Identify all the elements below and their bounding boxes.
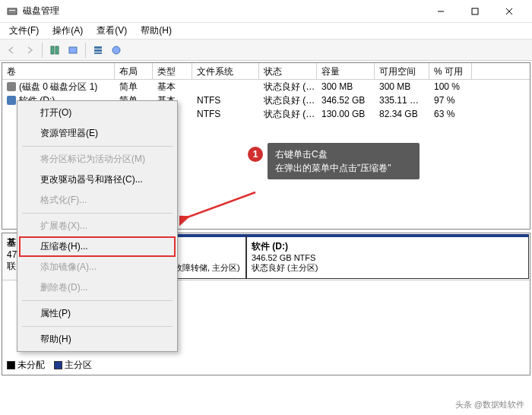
col-free[interactable]: 可用空间 <box>375 63 429 79</box>
menu-view[interactable]: 查看(V) <box>90 23 133 39</box>
svg-rect-9 <box>94 46 102 49</box>
callout-number: 1 <box>248 147 263 162</box>
volume-d[interactable]: 软件 (D:) 346.52 GB NTFS 状态良好 (主分区) <box>246 234 529 279</box>
svg-rect-11 <box>94 52 102 54</box>
help-button[interactable] <box>108 42 125 59</box>
disk-icon <box>7 96 16 105</box>
svg-rect-8 <box>69 47 77 53</box>
ctx-properties[interactable]: 属性(P) <box>19 303 176 324</box>
minimize-button[interactable] <box>423 1 458 22</box>
annotation-callout: 1 右键单击C盘 在弹出的菜单中点击"压缩卷" <box>248 143 420 179</box>
svg-rect-3 <box>472 8 478 14</box>
ctx-help[interactable]: 帮助(H) <box>19 329 176 350</box>
col-volume[interactable]: 卷 <box>2 63 115 79</box>
titlebar: 磁盘管理 <box>0 0 532 23</box>
ctx-format: 格式化(F)... <box>19 190 176 211</box>
ctx-change-letter[interactable]: 更改驱动器号和路径(C)... <box>19 169 176 190</box>
table-row[interactable]: (磁盘 0 磁盘分区 1) 简单 基本 状态良好 (… 300 MB 300 M… <box>2 80 530 93</box>
back-button <box>3 42 20 59</box>
callout-text: 右键单击C盘 在弹出的菜单中点击"压缩卷" <box>268 143 420 179</box>
svg-rect-6 <box>51 46 54 54</box>
annotation-arrow <box>179 188 263 229</box>
svg-point-12 <box>112 46 120 54</box>
ctx-delete: 删除卷(D)... <box>19 277 176 298</box>
legend: 未分配 主分区 <box>7 359 92 372</box>
view-button[interactable] <box>90 42 106 59</box>
col-type[interactable]: 类型 <box>153 63 192 79</box>
menu-action[interactable]: 操作(A) <box>46 23 89 39</box>
app-icon <box>6 5 18 17</box>
ctx-mark-active: 将分区标记为活动分区(M) <box>19 149 176 169</box>
col-layout[interactable]: 布局 <box>115 63 153 79</box>
col-capacity[interactable]: 容量 <box>317 63 375 79</box>
settings-button[interactable] <box>65 42 81 59</box>
svg-line-13 <box>187 192 255 217</box>
ctx-mirror: 添加镜像(A)... <box>19 257 176 277</box>
footer-watermark: 头条 @数据蛙软件 <box>455 399 524 410</box>
svg-rect-0 <box>8 8 17 14</box>
toolbar <box>0 40 532 61</box>
menu-file[interactable]: 文件(F) <box>3 23 45 39</box>
legend-swatch-primary <box>54 361 62 369</box>
close-button[interactable] <box>492 1 526 22</box>
disk-icon <box>7 82 16 91</box>
col-pctfree[interactable]: % 可用 <box>429 63 472 79</box>
col-filesystem[interactable]: 文件系统 <box>192 63 259 79</box>
svg-rect-1 <box>9 10 15 11</box>
ctx-extend: 扩展卷(X)... <box>19 216 176 236</box>
maximize-button[interactable] <box>458 1 492 22</box>
legend-swatch-unallocated <box>7 361 15 369</box>
ctx-explorer[interactable]: 资源管理器(E) <box>19 123 176 144</box>
refresh-button[interactable] <box>46 42 63 59</box>
menu-help[interactable]: 帮助(H) <box>135 23 178 39</box>
col-status[interactable]: 状态 <box>259 63 317 79</box>
context-menu: 打开(O) 资源管理器(E) 将分区标记为活动分区(M) 更改驱动器号和路径(C… <box>17 100 178 352</box>
window-title: 磁盘管理 <box>23 5 423 17</box>
svg-rect-7 <box>55 46 59 54</box>
ctx-open[interactable]: 打开(O) <box>19 103 176 123</box>
svg-rect-10 <box>94 49 102 52</box>
ctx-shrink[interactable]: 压缩卷(H)... <box>19 236 176 257</box>
forward-button <box>21 42 38 59</box>
list-header: 卷 布局 类型 文件系统 状态 容量 可用空间 % 可用 <box>2 63 530 80</box>
menubar: 文件(F) 操作(A) 查看(V) 帮助(H) <box>0 23 532 40</box>
